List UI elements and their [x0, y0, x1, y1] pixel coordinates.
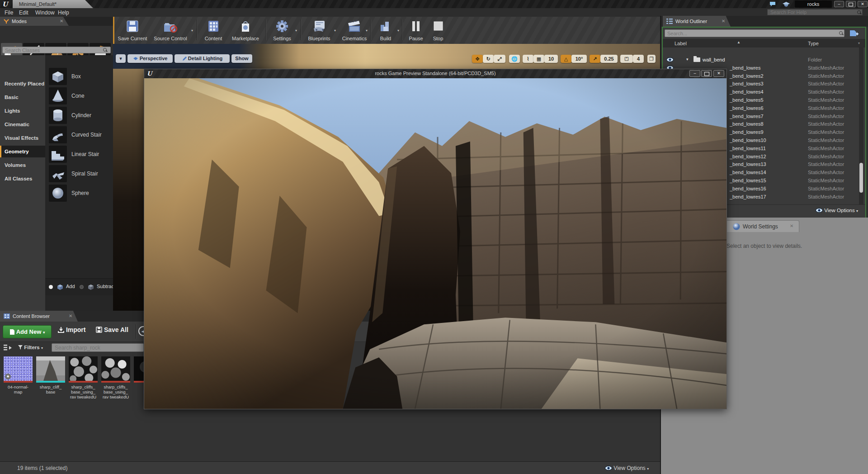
feedback-icon[interactable]	[769, 1, 778, 7]
category-geometry[interactable]: Geometry	[0, 146, 45, 157]
menu-edit[interactable]: Edit	[19, 9, 28, 16]
asset-tile[interactable]: sharp_cliff_base	[36, 356, 65, 394]
window-close-button[interactable]: ✕	[858, 1, 868, 7]
window-minimize-button[interactable]: –	[834, 1, 844, 7]
outliner-row-label[interactable]: _bend_lowres14	[730, 170, 766, 175]
outliner-row-label[interactable]: _bend_lowres4	[730, 89, 764, 95]
scrollbar-thumb[interactable]	[859, 163, 863, 193]
search-classes-input[interactable]	[2, 47, 111, 53]
save-all-button[interactable]: Save All	[96, 326, 128, 333]
perspective-button[interactable]: Perspective	[127, 54, 173, 63]
blueprints-button[interactable]: Blueprints	[304, 19, 334, 42]
menu-window[interactable]: Window	[35, 9, 55, 16]
settings-button[interactable]: Settings	[269, 19, 295, 42]
outliner-view-options-button[interactable]: View Options ▾	[816, 208, 858, 213]
build-dropdown[interactable]: ▾	[397, 28, 399, 33]
grid-snap-icon-button[interactable]: ▦	[533, 55, 544, 63]
pause-button[interactable]: Pause	[406, 19, 426, 42]
category-visual-effects[interactable]: Visual Effects	[0, 132, 45, 144]
scale-snap-icon-button[interactable]: ↗	[590, 55, 600, 63]
placeable-spiral-stair[interactable]: Spiral Stair	[71, 171, 98, 177]
category-cinematic[interactable]: Cinematic	[0, 118, 45, 130]
placeable-box[interactable]: Box	[71, 73, 81, 80]
outliner-scrollbar[interactable]	[859, 47, 863, 205]
outliner-row-label[interactable]: _bend_lowres3	[730, 81, 764, 86]
source-control-button[interactable]: Source Control	[151, 19, 190, 42]
scale-snap-value[interactable]: 0.25	[600, 55, 618, 63]
category-basic[interactable]: Basic	[0, 91, 45, 103]
blueprints-dropdown[interactable]: ▾	[334, 28, 336, 33]
placeable-curved-stair[interactable]: Curved Stair	[71, 132, 102, 138]
camera-speed-value[interactable]: 4	[633, 55, 644, 63]
menu-help[interactable]: Help	[58, 9, 69, 16]
game-window-maximize-button[interactable]	[701, 70, 712, 77]
category-lights[interactable]: Lights	[0, 105, 45, 117]
game-preview-window[interactable]: U rocks Game Preview Standalone (64-bit/…	[144, 69, 727, 409]
subtract-label[interactable]: Subtract	[97, 284, 115, 289]
close-icon[interactable]: ✕	[790, 223, 793, 228]
add-radio[interactable]	[49, 285, 53, 289]
placeable-sphere[interactable]: Sphere	[71, 190, 89, 196]
surface-snap-button[interactable]: ⌇	[523, 55, 533, 63]
content-view-options-button[interactable]: View Options ▾	[605, 465, 649, 471]
placeable-linear-stair[interactable]: Linear Stair	[71, 151, 99, 157]
save-current-button[interactable]: Save Current	[117, 19, 148, 42]
type-column-header[interactable]: Type	[808, 41, 819, 46]
tab-world-outliner[interactable]: World Outliner ✕	[663, 16, 731, 27]
game-window-minimize-button[interactable]: –	[689, 70, 700, 77]
outliner-row-label[interactable]: _bend_lowres5	[730, 97, 764, 103]
game-window-close-button[interactable]: ✕	[713, 70, 724, 77]
menu-file[interactable]: File	[5, 9, 13, 16]
outliner-row-label[interactable]: _bend_lowres7	[730, 114, 764, 119]
rotate-tool-button[interactable]: ↻	[483, 55, 494, 63]
label-column-header[interactable]: Label	[675, 41, 687, 46]
asset-tile[interactable]: sharp_cliffs_base_using_rav tweakedU	[101, 356, 130, 399]
sort-ascending-icon[interactable]: ▲	[737, 40, 741, 44]
outliner-row-label[interactable]: _bend_lowres6	[730, 105, 764, 111]
outliner-row-label[interactable]: _bend_lowres10	[730, 137, 766, 143]
stop-button[interactable]: Stop	[428, 19, 448, 42]
close-icon[interactable]: ✕	[60, 19, 63, 24]
rotation-snap-value[interactable]: 10°	[571, 55, 587, 63]
world-coordinate-button[interactable]: 🌐	[509, 55, 520, 63]
outliner-row-label[interactable]: _bend_lowres13	[730, 161, 766, 167]
placeable-cylinder[interactable]: Cylinder	[71, 112, 91, 118]
visibility-eye-icon[interactable]	[666, 57, 674, 62]
show-button[interactable]: Show	[231, 54, 252, 63]
import-button[interactable]: Import	[58, 326, 85, 333]
camera-speed-icon-button[interactable]: ⏍	[620, 55, 633, 63]
category-all-classes[interactable]: All Classes	[0, 173, 45, 185]
outliner-row-label[interactable]: _bend_lowres2	[730, 73, 764, 79]
outliner-row-label[interactable]: _bend_lowres8	[730, 121, 764, 127]
outliner-row-label[interactable]: _bend_lowres16	[730, 186, 766, 191]
translate-tool-button[interactable]: ✥	[472, 55, 483, 63]
new-layer-icon[interactable]	[849, 29, 859, 37]
window-restore-button[interactable]	[846, 1, 856, 7]
expand-arrow-icon[interactable]: ▾	[686, 57, 689, 62]
help-search-input[interactable]	[767, 9, 863, 15]
asset-tile[interactable]: ★ 04-normal-map	[4, 356, 33, 394]
source-control-dropdown[interactable]: ▾	[191, 28, 193, 33]
marketplace-button[interactable]: Marketplace	[227, 19, 264, 42]
grid-snap-value[interactable]: 10	[544, 55, 558, 63]
add-label[interactable]: Add	[66, 284, 75, 289]
settings-dropdown[interactable]: ▾	[295, 28, 297, 33]
placeable-cone[interactable]: Cone	[71, 93, 85, 99]
outliner-row-label[interactable]: _bend_lowres15	[730, 178, 766, 183]
build-button[interactable]: Build	[374, 19, 397, 42]
asset-search-input[interactable]	[52, 343, 144, 352]
asset-tile[interactable]: sharp_cliffs_base_using_rav tweakedU	[69, 356, 98, 399]
game-window-title-bar[interactable]: U rocks Game Preview Standalone (64-bit/…	[144, 69, 726, 78]
category-recently-placed[interactable]: Recently Placed	[0, 78, 45, 90]
tab-modes[interactable]: Modes ✕	[0, 17, 69, 26]
viewport-options-dropdown[interactable]: ▾	[116, 54, 126, 63]
close-icon[interactable]: ✕	[69, 313, 72, 318]
view-mode-button[interactable]: Detail Lighting	[175, 54, 230, 63]
category-volumes[interactable]: Volumes	[0, 159, 45, 171]
type-filter-icon[interactable]: ▾	[858, 41, 860, 45]
tab-content-browser[interactable]: Content Browser ✕	[0, 311, 78, 322]
cinematics-dropdown[interactable]: ▾	[366, 28, 368, 33]
rotation-snap-icon-button[interactable]: △	[561, 55, 571, 63]
outliner-row[interactable]: ▾wall_bendFolder	[663, 56, 865, 64]
filters-button[interactable]: Filters ▾	[18, 345, 43, 350]
